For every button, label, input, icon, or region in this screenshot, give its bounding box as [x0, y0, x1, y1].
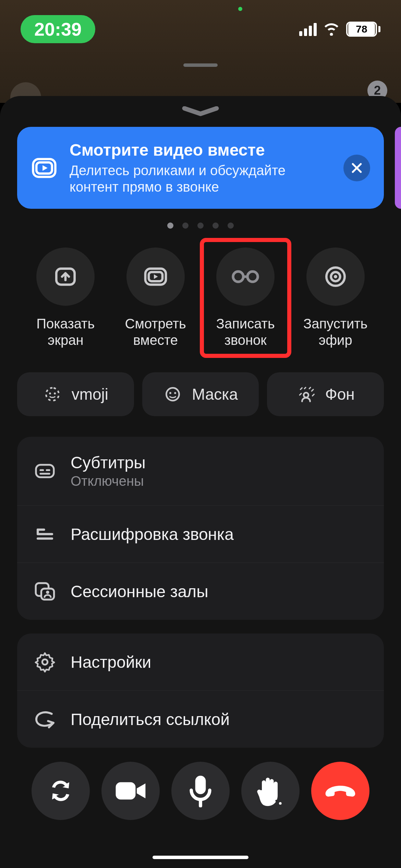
action-label: Смотреть вместе	[125, 315, 186, 348]
status-bar: 20:39 78	[0, 10, 401, 48]
wifi-icon	[323, 23, 340, 36]
watch-together-icon	[142, 263, 169, 290]
cellular-icon	[299, 22, 317, 36]
row-title: Поделиться ссылкой	[71, 710, 368, 729]
background-effect-icon	[296, 385, 316, 404]
action-label: Записать звонок	[216, 315, 275, 348]
svg-point-11	[54, 393, 56, 395]
row-title: Расшифровка звонка	[71, 525, 368, 544]
action-go-live[interactable]: Запустить эфир	[294, 248, 377, 348]
svg-point-12	[166, 388, 179, 401]
chip-label: Маска	[192, 385, 238, 403]
switch-camera-button[interactable]	[32, 762, 90, 820]
video-button[interactable]	[101, 762, 160, 820]
row-transcript[interactable]: Расшифровка звонка	[17, 505, 384, 563]
switch-camera-icon	[46, 776, 75, 806]
row-title: Сессионные залы	[71, 582, 368, 601]
carousel-dots	[0, 222, 401, 229]
gear-icon	[33, 650, 57, 674]
time-pill[interactable]: 20:39	[21, 15, 95, 43]
video-icon	[114, 779, 147, 803]
raise-hand-icon	[255, 774, 286, 807]
close-icon	[350, 161, 364, 175]
svg-point-25	[278, 801, 282, 806]
svg-rect-18	[46, 469, 50, 471]
svg-point-22	[46, 591, 49, 594]
bottom-sheet: Смотрите видео вместе Делитесь роликами …	[0, 96, 401, 868]
carousel-dot[interactable]	[182, 222, 189, 229]
row-subtitle: Отключены	[71, 473, 368, 489]
banner-close-button[interactable]	[343, 155, 370, 181]
carousel-dot[interactable]	[197, 222, 204, 229]
banner-title: Смотрите видео вместе	[70, 141, 331, 159]
svg-point-9	[334, 275, 337, 278]
hangup-icon	[323, 782, 357, 799]
menu-group-features: Субтитры Отключены Расшифровка звонка Се…	[17, 437, 384, 620]
battery-indicator: 78	[346, 22, 380, 37]
battery-text: 78	[348, 23, 375, 35]
row-breakout-rooms[interactable]: Сессионные залы	[17, 563, 384, 620]
carousel-dot[interactable]	[228, 222, 234, 229]
chip-mask[interactable]: Маска	[142, 372, 259, 416]
svg-rect-17	[39, 469, 44, 471]
row-share-link[interactable]: Поделиться ссылкой	[17, 690, 384, 748]
raise-hand-button[interactable]	[241, 762, 300, 820]
chip-label: Фон	[325, 385, 355, 403]
share-screen-icon	[52, 263, 79, 290]
chip-background[interactable]: Фон	[267, 372, 384, 416]
svg-point-10	[49, 393, 51, 395]
breakout-rooms-icon	[33, 579, 57, 603]
row-subtitles[interactable]: Субтитры Отключены	[17, 437, 384, 505]
svg-point-14	[174, 392, 176, 394]
mask-icon	[163, 385, 182, 404]
video-play-icon	[31, 155, 58, 181]
svg-rect-23	[116, 782, 136, 800]
row-title: Настройки	[71, 653, 368, 672]
mic-icon	[189, 774, 212, 807]
subtitles-icon	[33, 459, 57, 483]
banner-subtitle: Делитесь роликами и обсуждайте контент п…	[70, 162, 331, 195]
promo-banner-next[interactable]	[395, 127, 401, 209]
carousel-dot[interactable]	[212, 222, 219, 229]
chip-label: vmoji	[72, 385, 108, 403]
row-title: Субтитры	[71, 453, 368, 472]
action-share-screen[interactable]: Показать экран	[24, 248, 107, 348]
collapse-chevron-icon[interactable]	[182, 106, 219, 117]
promo-banner-watch-together[interactable]: Смотрите видео вместе Делитесь роликами …	[17, 127, 384, 209]
row-settings[interactable]: Настройки	[17, 634, 384, 690]
share-icon	[33, 707, 57, 731]
end-call-button[interactable]	[311, 762, 369, 820]
action-label: Запустить эфир	[303, 315, 367, 348]
svg-rect-19	[39, 473, 50, 474]
svg-rect-21	[41, 589, 54, 600]
action-watch-together[interactable]: Смотреть вместе	[114, 248, 197, 348]
action-record-call[interactable]: Записать звонок	[204, 248, 287, 348]
chip-vmoji[interactable]: vmoji	[17, 372, 134, 416]
mic-button[interactable]	[171, 762, 230, 820]
svg-point-5	[233, 272, 243, 282]
drag-handle-icon[interactable]	[183, 63, 218, 67]
broadcast-icon	[322, 263, 349, 290]
call-controls	[0, 762, 401, 820]
svg-rect-16	[36, 465, 54, 477]
home-indicator[interactable]	[153, 856, 248, 859]
action-label: Показать экран	[36, 315, 95, 348]
transcript-icon	[33, 522, 57, 546]
svg-rect-24	[195, 776, 206, 794]
vmoji-icon	[43, 385, 62, 404]
menu-group-more: Настройки Поделиться ссылкой	[17, 634, 384, 748]
svg-point-6	[247, 272, 258, 282]
carousel-dot[interactable]	[167, 222, 173, 229]
svg-point-15	[304, 393, 308, 398]
svg-point-13	[169, 392, 171, 394]
record-icon	[230, 268, 261, 285]
